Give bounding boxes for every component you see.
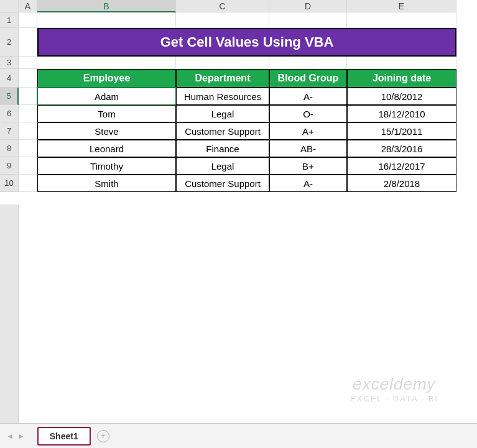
header-employee[interactable]: Employee (37, 69, 176, 88)
cell-A6[interactable] (19, 105, 37, 122)
watermark-tagline: EXCEL · DATA · BI (350, 394, 438, 403)
select-all-corner[interactable] (0, 0, 19, 12)
col-header-D[interactable]: D (269, 0, 347, 12)
col-header-C[interactable]: C (176, 0, 269, 12)
cell-A4[interactable] (19, 69, 37, 88)
cell-C7[interactable]: Customer Support (176, 122, 269, 140)
cell-D5[interactable]: A- (269, 88, 347, 105)
cell-C3[interactable] (176, 57, 269, 69)
cell-A8[interactable] (19, 140, 37, 157)
cell-E1[interactable] (347, 12, 456, 28)
row-header-3[interactable]: 3 (0, 57, 19, 69)
watermark: exceldemy EXCEL · DATA · BI (350, 375, 438, 403)
cell-A1[interactable] (19, 12, 37, 28)
sheet-tab-bar: ◄ ► Sheet1 + (0, 423, 477, 448)
cell-B7[interactable]: Steve (37, 122, 176, 140)
cell-A5[interactable] (19, 88, 37, 105)
cell-C10[interactable]: Customer Support (176, 175, 269, 192)
row-header-9[interactable]: 9 (0, 157, 19, 175)
cell-C9[interactable]: Legal (176, 157, 269, 175)
title-banner[interactable]: Get Cell Values Using VBA (37, 28, 456, 57)
col-header-A[interactable]: A (19, 0, 37, 12)
row-header-1[interactable]: 1 (0, 12, 19, 28)
tab-prev-icon[interactable]: ◄ (6, 432, 14, 441)
row-header-2[interactable]: 2 (0, 28, 19, 57)
col-header-B[interactable]: B (37, 0, 176, 12)
tab-nav: ◄ ► (6, 432, 25, 441)
cell-C8[interactable]: Finance (176, 140, 269, 157)
cell-E8[interactable]: 28/3/2016 (347, 140, 456, 157)
cell-E7[interactable]: 15/1/2011 (347, 122, 456, 140)
cell-D9[interactable]: B+ (269, 157, 347, 175)
sheet-tab-sheet1[interactable]: Sheet1 (37, 427, 91, 446)
cell-C5[interactable]: Human Resources (176, 88, 269, 105)
cell-E5[interactable]: 10/8/2012 (347, 88, 456, 105)
cell-B9[interactable]: Timothy (37, 157, 176, 175)
cell-A10[interactable] (19, 175, 37, 192)
cell-D1[interactable] (269, 12, 347, 28)
row-header-4[interactable]: 4 (0, 69, 19, 88)
cell-A7[interactable] (19, 122, 37, 140)
cell-D6[interactable]: O- (269, 105, 347, 122)
cell-B6[interactable]: Tom (37, 105, 176, 122)
row-gutter-empty (0, 204, 19, 423)
cell-D7[interactable]: A+ (269, 122, 347, 140)
cell-C6[interactable]: Legal (176, 105, 269, 122)
row-header-8[interactable]: 8 (0, 140, 19, 157)
cell-D10[interactable]: A- (269, 175, 347, 192)
cell-E9[interactable]: 16/12/2017 (347, 157, 456, 175)
tab-next-icon[interactable]: ► (17, 432, 25, 441)
cell-E3[interactable] (347, 57, 456, 69)
cell-A2[interactable] (19, 28, 37, 57)
header-joining[interactable]: Joining date (347, 69, 456, 88)
cell-D8[interactable]: AB- (269, 140, 347, 157)
row-header-7[interactable]: 7 (0, 122, 19, 140)
cell-B5[interactable]: Adam (37, 88, 176, 105)
row-header-5[interactable]: 5 (0, 88, 19, 105)
cell-B10[interactable]: Smith (37, 175, 176, 192)
watermark-brand: exceldemy (350, 375, 438, 394)
cell-C1[interactable] (176, 12, 269, 28)
cell-B3[interactable] (37, 57, 176, 69)
row-header-10[interactable]: 10 (0, 175, 19, 192)
add-sheet-button[interactable]: + (97, 430, 109, 442)
row-header-6[interactable]: 6 (0, 105, 19, 122)
cell-E10[interactable]: 2/8/2018 (347, 175, 456, 192)
header-blood[interactable]: Blood Group (269, 69, 347, 88)
cell-E6[interactable]: 18/12/2010 (347, 105, 456, 122)
spreadsheet-grid: A B C D E 1 2 Get Cell Values Using VBA … (0, 0, 477, 192)
cell-B8[interactable]: Leonard (37, 140, 176, 157)
cell-A3[interactable] (19, 57, 37, 69)
col-header-E[interactable]: E (347, 0, 456, 12)
cell-D3[interactable] (269, 57, 347, 69)
plus-icon: + (101, 431, 106, 441)
header-department[interactable]: Department (176, 69, 269, 88)
cell-B1[interactable] (37, 12, 176, 28)
cell-A9[interactable] (19, 157, 37, 175)
